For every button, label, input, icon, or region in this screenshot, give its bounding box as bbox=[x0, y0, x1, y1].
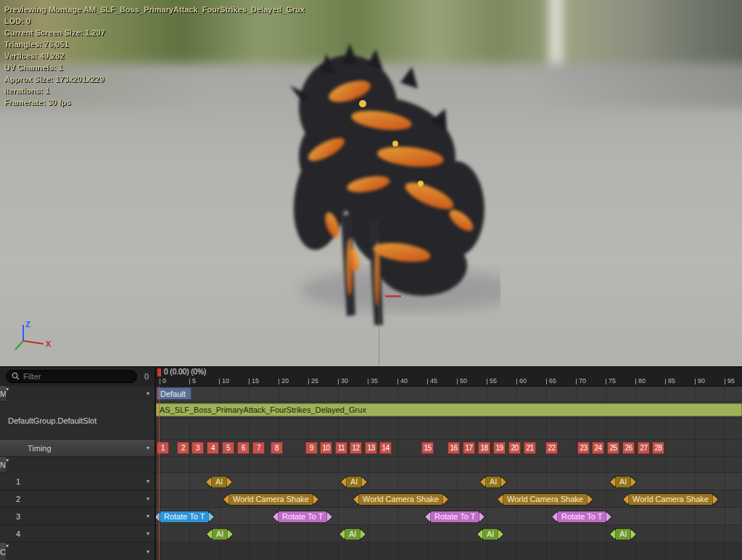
timeline-ruler[interactable]: 0 (0.00) (0%) 05101520253035404550556065… bbox=[156, 367, 742, 387]
notify-marker[interactable]: World Camera Shake bbox=[624, 493, 717, 505]
dropdown-arrow-icon[interactable]: ▾ bbox=[147, 548, 149, 555]
montage-track-row[interactable]: AS_SLF_Boss_PrimaryAttack_FourStrikes_De… bbox=[156, 402, 742, 419]
notify-track-row-3[interactable]: Rotate To TRotate To TRotate To TRotate … bbox=[156, 508, 742, 525]
timing-marker-1[interactable]: 1 bbox=[157, 442, 169, 454]
timing-marker-3[interactable]: 3 bbox=[191, 442, 204, 454]
notify-marker[interactable]: AI bbox=[611, 476, 635, 487]
timing-marker-7[interactable]: 7 bbox=[252, 442, 265, 454]
montage-timeline-panel: Filter 0 ▾ Montage (DefaultGroup) ▾ Defa… bbox=[0, 366, 742, 560]
timeline-area[interactable]: Default AS_SLF_Boss_PrimaryAttack_FourSt… bbox=[156, 367, 742, 560]
notify-track-row-2[interactable]: World Camera ShakeWorld Camera ShakeWorl… bbox=[156, 490, 742, 508]
timing-marker-11[interactable]: 11 bbox=[335, 442, 347, 454]
preview-viewport[interactable]: Previewing Montage AM_SLF_Boss_PrimaryAt… bbox=[0, 0, 742, 366]
timing-marker-26[interactable]: 26 bbox=[622, 442, 635, 454]
notify-marker[interactable]: Rotate To T bbox=[553, 511, 610, 522]
timing-row[interactable]: Timing ▾ bbox=[0, 440, 154, 457]
notify-track-header-3[interactable]: 3 ▾ bbox=[0, 508, 154, 525]
timing-marker-22[interactable]: 22 bbox=[545, 442, 558, 454]
notify-marker[interactable]: AI bbox=[342, 476, 366, 487]
ruler-tick: 95 bbox=[725, 376, 742, 384]
notify-marker[interactable]: Rotate To T bbox=[274, 511, 331, 522]
dropdown-arrow-icon[interactable]: ▾ bbox=[147, 445, 149, 451]
notify-marker[interactable]: AI bbox=[611, 528, 635, 540]
timing-marker-9[interactable]: 9 bbox=[305, 442, 318, 454]
notify-label: Rotate To T bbox=[558, 511, 606, 522]
notify-marker[interactable]: AI bbox=[479, 528, 502, 540]
notify-marker[interactable]: Rotate To T bbox=[156, 511, 213, 522]
notify-marker[interactable]: AI bbox=[341, 528, 364, 540]
dropdown-arrow-icon[interactable]: ▾ bbox=[147, 478, 149, 485]
timing-marker-28[interactable]: 28 bbox=[652, 442, 664, 454]
timing-track-row[interactable]: 1234567891011121314151617181920212223242… bbox=[156, 440, 742, 457]
notify-track-row-1[interactable]: AIAIAIAI bbox=[156, 473, 742, 490]
track-label: 4 bbox=[16, 530, 20, 538]
playhead-time-label: 0 (0.00) (0%) bbox=[164, 368, 206, 376]
timing-marker-6[interactable]: 6 bbox=[237, 442, 250, 454]
track-label: 3 bbox=[16, 512, 20, 521]
notify-track-header-1[interactable]: 1 ▾ bbox=[0, 473, 154, 490]
notify-track-row-4[interactable]: AIAIAIAI bbox=[156, 525, 742, 543]
notify-label: AI bbox=[483, 529, 498, 540]
filter-search-box[interactable]: Filter bbox=[6, 370, 137, 383]
timing-marker-14[interactable]: 14 bbox=[379, 442, 392, 454]
notifies-header[interactable]: ▾ Notifies bbox=[0, 457, 154, 473]
dropdown-arrow-icon[interactable]: ▾ bbox=[147, 495, 149, 502]
timing-marker-19[interactable]: 19 bbox=[493, 442, 506, 454]
timing-marker-27[interactable]: 27 bbox=[638, 442, 650, 454]
notify-marker[interactable]: AI bbox=[207, 476, 231, 487]
notify-marker[interactable]: World Camera Shake bbox=[499, 493, 591, 505]
notify-marker[interactable]: AI bbox=[482, 476, 505, 487]
overlay-uv-channels: UV Channels: 1 bbox=[4, 62, 305, 73]
timing-marker-16[interactable]: 16 bbox=[448, 442, 460, 454]
background-pole bbox=[549, 0, 563, 69]
overlay-previewing-montage: Previewing Montage AM_SLF_Boss_PrimaryAt… bbox=[4, 4, 305, 15]
animation-montage-editor: Previewing Montage AM_SLF_Boss_PrimaryAt… bbox=[0, 0, 742, 560]
ruler-tick: 90 bbox=[695, 376, 720, 384]
overlay-framerate: Framerate: 30 fps bbox=[4, 96, 305, 108]
notify-marker[interactable]: World Camera Shake bbox=[355, 493, 447, 505]
ruler-tick: 10 bbox=[219, 376, 244, 384]
dropdown-arrow-icon[interactable]: ▾ bbox=[147, 390, 149, 397]
montage-group-header[interactable]: ▾ Montage (DefaultGroup) ▾ bbox=[0, 386, 154, 402]
notify-track-header-4[interactable]: 4 ▾ bbox=[0, 525, 154, 543]
collapse-arrow-icon[interactable]: ▾ bbox=[6, 543, 160, 560]
timing-marker-24[interactable]: 24 bbox=[592, 442, 604, 454]
notify-label: AI bbox=[486, 477, 500, 487]
timing-marker-21[interactable]: 21 bbox=[524, 442, 536, 454]
ruler-tick: 35 bbox=[368, 376, 392, 384]
timing-marker-2[interactable]: 2 bbox=[177, 442, 189, 454]
dropdown-arrow-icon[interactable]: ▾ bbox=[147, 530, 149, 537]
slot-track-segment[interactable]: Default bbox=[157, 387, 191, 400]
notify-track-header-2[interactable]: 2 ▾ bbox=[0, 490, 154, 508]
overlay-screen-size: Current Screen Size: 1.207 bbox=[4, 27, 305, 38]
timing-marker-5[interactable]: 5 bbox=[222, 442, 234, 454]
curves-header[interactable]: ▾ Curves (0) ▾ bbox=[0, 543, 154, 560]
timing-marker-4[interactable]: 4 bbox=[207, 442, 219, 454]
timing-marker-8[interactable]: 8 bbox=[271, 442, 283, 454]
timing-marker-23[interactable]: 23 bbox=[577, 442, 590, 454]
ruler-tick: 0 bbox=[160, 376, 184, 384]
timing-marker-25[interactable]: 25 bbox=[607, 442, 619, 454]
dropdown-arrow-icon[interactable]: ▾ bbox=[147, 513, 149, 519]
timing-marker-12[interactable]: 12 bbox=[350, 442, 362, 454]
slot-track-row[interactable]: Default bbox=[156, 386, 742, 402]
timing-marker-15[interactable]: 15 bbox=[421, 442, 434, 454]
notify-marker[interactable]: AI bbox=[208, 528, 231, 540]
notify-label: Rotate To T bbox=[160, 511, 208, 522]
notify-label: World Camera Shake bbox=[629, 494, 712, 505]
ruler-tick: 15 bbox=[249, 376, 273, 384]
timing-marker-18[interactable]: 18 bbox=[478, 442, 490, 454]
playhead-marker[interactable] bbox=[157, 368, 161, 376]
ruler-tick: 75 bbox=[606, 376, 630, 384]
montage-segment[interactable]: AS_SLF_Boss_PrimaryAttack_FourStrikes_De… bbox=[156, 403, 742, 416]
timing-label: Timing bbox=[28, 444, 51, 453]
slot-row[interactable]: DefaultGroup.DefaultSlot bbox=[0, 402, 154, 440]
timing-marker-13[interactable]: 13 bbox=[365, 442, 377, 454]
notify-marker[interactable]: Rotate To T bbox=[426, 511, 483, 522]
timing-marker-17[interactable]: 17 bbox=[463, 442, 475, 454]
timing-marker-10[interactable]: 10 bbox=[320, 442, 332, 454]
ruler-tick: 25 bbox=[308, 376, 333, 384]
filter-row: Filter 0 bbox=[0, 367, 154, 386]
timing-marker-20[interactable]: 20 bbox=[508, 442, 521, 454]
notify-marker[interactable]: World Camera Shake bbox=[225, 493, 317, 505]
